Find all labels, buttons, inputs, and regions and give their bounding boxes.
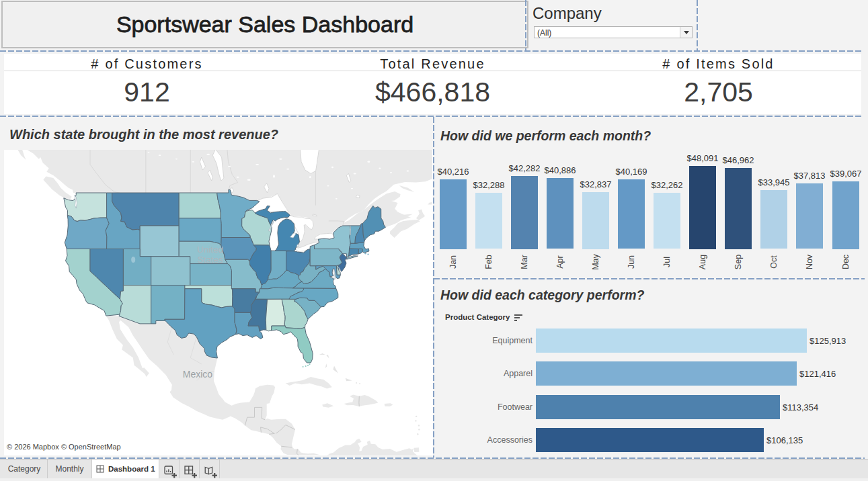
- svg-text:States: States: [197, 255, 223, 265]
- svg-text:United: United: [197, 245, 223, 255]
- svg-text:Mexico: Mexico: [183, 369, 213, 380]
